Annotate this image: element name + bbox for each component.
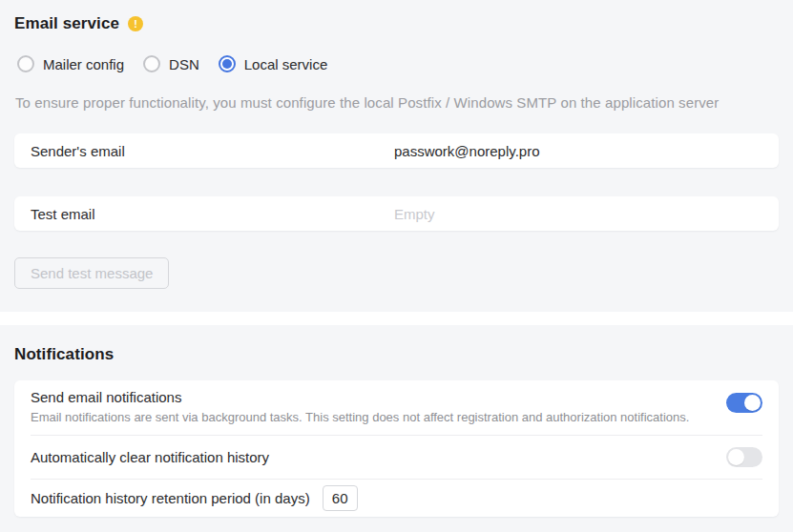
notifications-title: Notifications [14,325,779,364]
test-email-input[interactable] [394,206,762,222]
toggle-knob [744,395,761,411]
radio-unselected-icon [17,55,34,72]
send-email-notifications-description: Email notifications are sent via backgro… [31,410,689,424]
retention-period-label: Notification history retention period (i… [31,490,310,506]
radio-label: Mailer config [43,56,124,72]
send-email-notifications-row: Send email notifications Email notificat… [31,380,762,435]
radio-label: Local service [244,56,328,72]
email-mode-radio-group: Mailer config DSN Local service [17,55,779,72]
retention-period-input[interactable] [323,485,358,511]
radio-label: DSN [169,56,199,72]
senders-email-row: Sender's email [14,133,779,168]
send-email-notifications-toggle[interactable] [726,393,762,413]
notifications-card: Send email notifications Email notificat… [14,380,779,517]
email-service-header: Email service ! [14,0,779,33]
send-email-notifications-text: Send email notifications Email notificat… [31,389,689,424]
auto-clear-history-label: Automatically clear notification history [31,449,269,465]
email-service-title: Email service [14,14,119,33]
warning-icon: ! [128,16,143,31]
notifications-section: Notifications Send email notifications E… [0,325,793,532]
retention-period-row: Notification history retention period (i… [31,480,762,517]
test-email-row: Test email [14,196,779,231]
radio-unselected-icon [143,55,160,72]
send-email-notifications-label: Send email notifications [31,389,689,405]
senders-email-label: Sender's email [31,143,394,159]
send-test-message-button[interactable]: Send test message [14,257,169,289]
toggle-knob [728,449,744,465]
test-email-label: Test email [31,206,394,222]
auto-clear-history-row: Automatically clear notification history [31,436,762,479]
email-service-section: Email service ! Mailer config DSN Local … [0,0,793,312]
radio-selected-icon [219,55,236,72]
settings-page: Email service ! Mailer config DSN Local … [0,0,793,532]
section-divider [0,312,793,325]
radio-local-service[interactable]: Local service [219,55,328,72]
senders-email-input[interactable] [394,143,762,159]
smtp-configuration-note: To ensure proper functionality, you must… [15,94,779,111]
auto-clear-history-toggle[interactable] [726,447,762,467]
radio-mailer-config[interactable]: Mailer config [17,55,124,72]
radio-dsn[interactable]: DSN [143,55,199,72]
